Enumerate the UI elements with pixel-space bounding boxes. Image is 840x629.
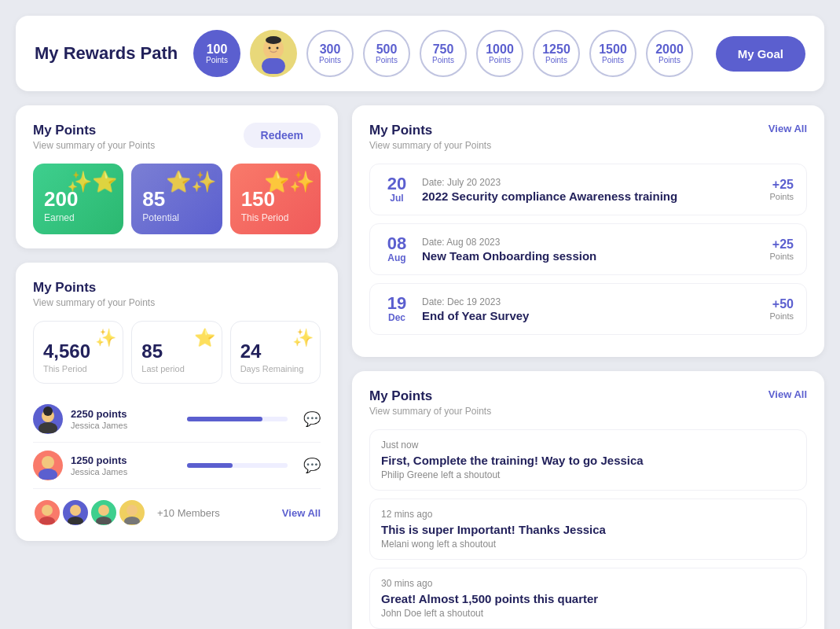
shoutout-item-2: 30 mins ago Great! Almost 1,500 points t… (369, 568, 807, 629)
milestone-100-value: 100 (207, 42, 228, 57)
shoutout-from-1: Melani wong left a shoutout (381, 539, 795, 550)
this-period-sparkle: ⭐✨ (264, 170, 314, 194)
history-item-1: 08 Aug Date: Aug 08 2023 New Team Onboar… (369, 223, 807, 275)
potential-sparkle: ⭐✨ (166, 170, 216, 194)
leader-1-info: 2250 points Jessica James (71, 408, 171, 430)
points-tiles: ✨⭐ 200 Earned ⭐✨ 85 Potential ⭐✨ 150 Thi… (33, 164, 321, 234)
leader-2-progress-fill (187, 463, 233, 468)
leader-row-1: 2250 points Jessica James 💬 (33, 396, 321, 443)
history-view-all[interactable]: View All (768, 123, 807, 134)
main-layout: My Points View summary of your Points Re… (16, 105, 824, 629)
leader-2-avatar (33, 451, 63, 480)
user-avatar (250, 30, 297, 77)
shoutout-msg-1: This is super Important! Thanks Jessica (381, 523, 795, 536)
page-title: My Rewards Path (35, 43, 184, 64)
svg-point-10 (39, 469, 57, 480)
earned-tile: ✨⭐ 200 Earned (33, 164, 123, 234)
svg-point-14 (68, 517, 83, 524)
earned-sparkle: ✨⭐ (67, 170, 117, 194)
history-pts-0: +25 (769, 178, 794, 192)
history-info-1: Date: Aug 08 2023 New Team Onboarding se… (422, 237, 758, 263)
this-period-stat: ✨ 4,560 This Period (33, 321, 123, 384)
redeem-button[interactable]: Redeem (244, 123, 321, 148)
shoutout-time-1: 12 mins ago (381, 509, 795, 520)
last-period-stat-label: Last period (141, 364, 211, 373)
milestone-100[interactable]: 100 Points (193, 30, 240, 77)
history-date-label-2: Date: Dec 19 2023 (422, 296, 758, 307)
leader-2-info: 1250 points Jessica James (71, 454, 171, 476)
leader-1-points: 2250 points (71, 408, 171, 420)
member-avatar-3 (90, 498, 118, 527)
member-avatar-2 (61, 498, 90, 527)
my-goal-button[interactable]: My Goal (716, 36, 805, 72)
svg-point-4 (269, 47, 271, 50)
leader-2-chat-icon[interactable]: 💬 (303, 457, 321, 474)
svg-point-12 (39, 517, 55, 524)
leader-1-progress-fill (187, 417, 262, 421)
leader-1-avatar (33, 404, 63, 434)
stats-title: My Points (33, 280, 155, 296)
history-item-2: 19 Dec Date: Dec 19 2023 End of Year Sur… (369, 283, 807, 335)
shoutout-item-1: 12 mins ago This is super Important! Tha… (369, 498, 807, 560)
header-card: My Rewards Path 100 Points 300 Points 50… (16, 16, 824, 91)
shoutout-from-2: John Doe left a shoutout (381, 608, 795, 619)
history-pts-1: +25 (769, 237, 794, 252)
milestone-300[interactable]: 300 Points (306, 30, 354, 77)
leader-1-name: Jessica James (71, 421, 171, 430)
milestone-2000[interactable]: 2000 Points (646, 30, 693, 77)
svg-point-13 (70, 505, 81, 516)
svg-point-17 (127, 505, 138, 516)
days-remaining-stat-label: Days Remaining (240, 364, 310, 373)
milestone-750[interactable]: 750 Points (420, 30, 467, 77)
points-summary-title: My Points (33, 123, 155, 138)
history-date-0: 20 Jul (383, 175, 411, 204)
stats-title-group: My Points View summary of your Points (33, 280, 155, 308)
milestone-1500[interactable]: 1500 Points (589, 30, 636, 77)
svg-point-18 (124, 517, 140, 524)
this-period-label: This Period (241, 212, 310, 223)
shoutouts-card: My Points View summary of your Points Vi… (352, 371, 824, 629)
leader-1-chat-icon[interactable]: 💬 (303, 410, 321, 428)
shoutouts-title-group: My Points View summary of your Points (369, 388, 491, 417)
stats-tiles: ✨ 4,560 This Period ⭐ 85 Last period ✨ 2… (33, 321, 321, 384)
points-summary-card: My Points View summary of your Points Re… (16, 105, 338, 248)
history-event-title-0: 2022 Security compliance Awareness train… (422, 189, 758, 203)
member-avatar-1 (33, 498, 61, 527)
leader-2-points: 1250 points (71, 454, 171, 466)
leader-row-2: 1250 points Jessica James 💬 (33, 443, 321, 489)
last-period-stat: ⭐ 85 Last period (131, 321, 222, 384)
shoutouts-subtitle: View summary of your Points (369, 406, 491, 417)
history-info-0: Date: July 20 2023 2022 Security complia… (422, 177, 758, 203)
milestone-500[interactable]: 500 Points (363, 30, 410, 77)
shoutout-msg-0: First, Complete the training! Way to go … (381, 454, 795, 467)
svg-point-8 (43, 406, 53, 416)
this-period-stat-deco: ✨ (95, 328, 116, 348)
history-pts-2: +50 (769, 297, 794, 311)
history-pts-group-0: +25 Points (769, 178, 794, 201)
members-view-all[interactable]: View All (282, 507, 321, 519)
points-summary-title-group: My Points View summary of your Points (33, 123, 155, 151)
stats-leaderboard-card: My Points View summary of your Points ✨ … (16, 263, 338, 541)
shoutout-time-0: Just now (381, 440, 795, 451)
history-date-2: 19 Dec (383, 295, 411, 323)
milestone-1000[interactable]: 1000 Points (476, 30, 523, 77)
leader-2-name: Jessica James (71, 467, 171, 476)
history-card-header: My Points View summary of your Points Vi… (369, 123, 807, 151)
history-month-0: Jul (383, 193, 411, 204)
this-period-tile: ⭐✨ 150 This Period (230, 164, 321, 234)
potential-tile: ⭐✨ 85 Potential (131, 164, 222, 234)
svg-point-5 (277, 47, 279, 50)
svg-rect-1 (262, 58, 285, 74)
history-pts-label-0: Points (769, 192, 794, 201)
history-pts-group-2: +50 Points (769, 297, 794, 321)
shoutout-item-0: Just now First, Complete the training! W… (369, 429, 807, 491)
history-day-0: 20 (383, 175, 411, 193)
right-column: My Points View summary of your Points Vi… (352, 105, 824, 629)
points-history-card: My Points View summary of your Points Vi… (352, 105, 824, 357)
shoutout-msg-2: Great! Almost 1,500 points this quarter (381, 592, 795, 605)
history-pts-group-1: +25 Points (769, 237, 794, 261)
stats-subtitle: View summary of your Points (33, 297, 155, 308)
milestone-1250[interactable]: 1250 Points (533, 30, 580, 77)
shoutouts-view-all[interactable]: View All (768, 388, 807, 400)
earned-label: Earned (44, 212, 112, 223)
